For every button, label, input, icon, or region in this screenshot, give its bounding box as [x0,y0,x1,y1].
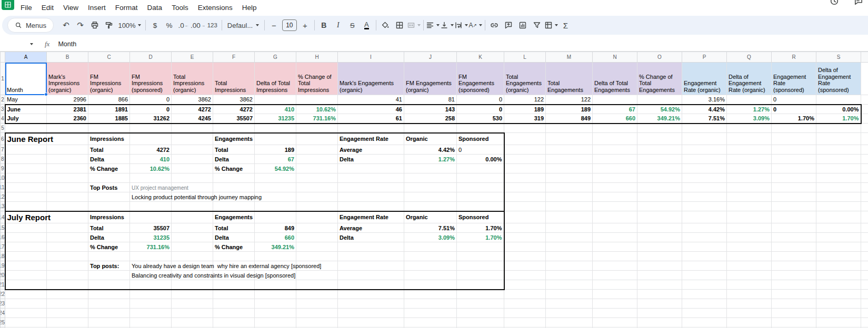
column-header-E[interactable]: E [172,52,213,63]
cell-D3[interactable]: 0 [130,105,172,114]
cell-S16[interactable] [816,233,861,242]
cell-C4[interactable]: 1885 [88,114,130,124]
cell-S6[interactable] [816,133,861,145]
cell-L18[interactable] [504,252,546,261]
cell-J6[interactable]: Organic [404,133,457,145]
cell-K2[interactable]: 0 [457,95,504,105]
cell-J12[interactable] [404,192,457,202]
select-all-corner[interactable] [1,52,5,63]
row-header-3[interactable]: 3 [1,105,5,114]
cell-A19[interactable] [5,261,47,271]
row-header-14[interactable]: 14 [1,211,5,223]
cell-Q5[interactable] [727,124,772,133]
cell-K14[interactable]: Sponsored [457,211,504,223]
cell-J23[interactable] [404,299,457,309]
row-header-18[interactable]: 18 [1,252,5,261]
cell-S20[interactable] [816,271,861,280]
cell-A11[interactable] [5,183,47,192]
cell-R11[interactable] [772,183,816,192]
cell-N23[interactable] [593,299,637,309]
cell-A5[interactable] [5,124,47,133]
cell-P22[interactable] [682,290,727,299]
cell-F8[interactable]: Delta [213,155,255,164]
cell-I24[interactable] [338,309,404,318]
vertical-align-button[interactable] [440,18,454,33]
cell-L20[interactable] [504,271,546,280]
cell-L10[interactable] [504,173,546,183]
insert-chart-button[interactable] [516,18,530,33]
cell-H18[interactable] [296,252,338,261]
cell-J17[interactable] [404,242,457,252]
fill-handle[interactable] [44,93,48,96]
cell-R10[interactable] [772,173,816,183]
cell-A23[interactable] [5,299,47,309]
cell-G17[interactable]: 349.21% [255,242,296,252]
cell-x3[interactable] [861,105,868,114]
cell-G23[interactable] [255,299,296,309]
cell-J19[interactable] [404,261,457,271]
cell-R8[interactable] [772,155,816,164]
cell-D22[interactable] [130,290,172,299]
menus-search-button[interactable]: Menus [7,18,54,33]
cell-E4[interactable]: 4245 [172,114,213,124]
cell-G9[interactable]: 54.92% [255,164,296,173]
cell-O3[interactable]: 54.92% [637,105,682,114]
cell-G15[interactable]: 849 [255,223,296,233]
zoom-select[interactable]: 100% [116,18,143,33]
cell-N17[interactable] [593,242,637,252]
cell-A7[interactable] [5,145,47,155]
cell-M14[interactable] [546,211,593,223]
comment-history-icon[interactable] [854,0,863,6]
cell-E13[interactable] [172,202,213,211]
cell-J7[interactable]: 4.42% [404,145,457,155]
decrease-decimal-button[interactable]: .0← [176,18,191,33]
cell-P8[interactable] [682,155,727,164]
cell-M18[interactable] [546,252,593,261]
cell-N20[interactable] [593,271,637,280]
cell-H20[interactable] [296,271,338,280]
cell-B20[interactable] [47,271,88,280]
cell-P4[interactable]: 7.51% [682,114,727,124]
cell-G6[interactable] [255,133,296,145]
cell-B8[interactable] [47,155,88,164]
cell-H9[interactable] [296,164,338,173]
cell-C24[interactable] [88,309,130,318]
cell-R15[interactable] [772,223,816,233]
cell-R16[interactable] [772,233,816,242]
cell-L16[interactable] [504,233,546,242]
cell-N8[interactable] [593,155,637,164]
cell-J2[interactable]: 81 [404,95,457,105]
fill-color-button[interactable] [378,18,393,33]
cell-Q2[interactable] [727,95,772,105]
cell-I20[interactable] [338,271,404,280]
cell-G11[interactable] [255,183,296,192]
cell-Q6[interactable] [727,133,772,145]
cell-Q4[interactable]: 3.09% [727,114,772,124]
cell-G8[interactable]: 67 [255,155,296,164]
cell-x25[interactable] [861,318,868,327]
cell-O5[interactable] [637,124,682,133]
row-header-20[interactable]: 20 [1,271,5,280]
cell-R7[interactable] [772,145,816,155]
cell-Q22[interactable] [727,290,772,299]
cell-C7[interactable]: Total [88,145,130,155]
cell-R21[interactable] [772,280,816,290]
cell-B2[interactable]: 2996 [47,95,88,105]
cell-L24[interactable] [504,309,546,318]
cell-K6[interactable]: Sponsored [457,133,504,145]
cell-N5[interactable] [593,124,637,133]
cell-O1[interactable]: % Change of Total Engagements [637,63,682,95]
cell-H8[interactable] [296,155,338,164]
cell-J10[interactable] [404,173,457,183]
cell-E23[interactable] [172,299,213,309]
cell-P7[interactable] [682,145,727,155]
cell-I18[interactable] [338,252,404,261]
cell-S18[interactable] [816,252,861,261]
cell-B3[interactable]: 2381 [47,105,88,114]
cell-L6[interactable] [504,133,546,145]
cell-A22[interactable] [5,290,47,299]
menu-file[interactable]: File [16,2,37,13]
cell-K17[interactable] [457,242,504,252]
cell-P17[interactable] [682,242,727,252]
cell-R13[interactable] [772,202,816,211]
